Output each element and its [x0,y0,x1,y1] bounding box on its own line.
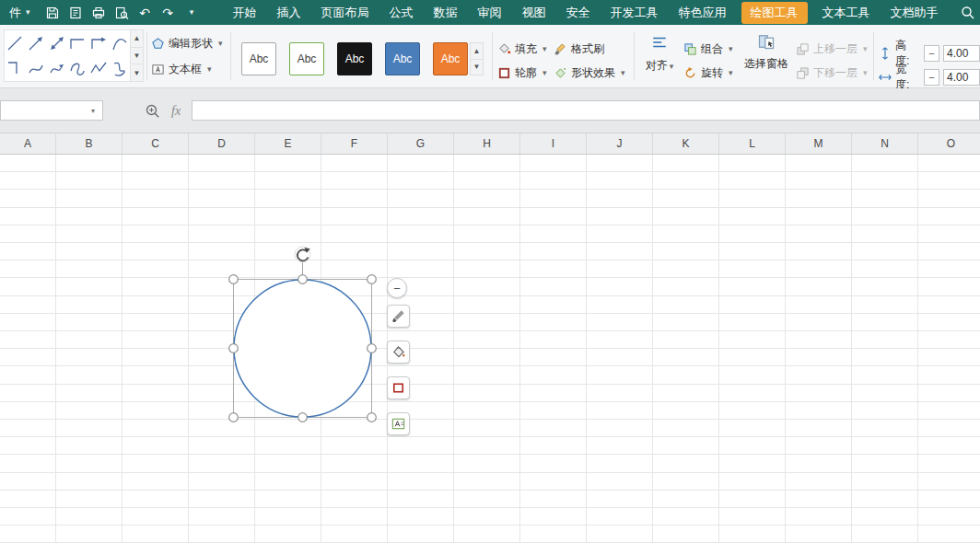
outline-color-button[interactable] [387,376,410,399]
column-header-o[interactable]: O [918,133,980,154]
gallery-more-icon[interactable]: ▼ [131,64,143,81]
format-painter-icon [554,42,567,56]
export-icon[interactable] [64,2,88,23]
collapse-toolbar-button[interactable]: − [387,278,407,298]
shape-arrow-icon[interactable] [26,30,47,56]
column-header-g[interactable]: G [388,133,454,154]
width-decrease-button[interactable]: − [924,69,939,86]
print-icon[interactable] [88,2,111,23]
shape-double-arrow-icon[interactable] [46,30,67,56]
resize-handle-sw[interactable] [229,413,239,422]
tab-page-layout[interactable]: 页面布局 [311,1,379,25]
style-brush-button[interactable] [387,305,410,328]
align-button[interactable]: 对齐▾ [639,34,680,74]
shape-s-curve-arrow-icon[interactable] [46,56,67,82]
gallery-scroll-down-icon[interactable]: ▼ [131,48,143,65]
name-box-input[interactable] [0,100,103,121]
column-header-e[interactable]: E [255,133,321,154]
tab-data[interactable]: 数据 [424,1,468,25]
column-header-f[interactable]: F [321,133,388,154]
column-header-j[interactable]: J [587,133,653,154]
selected-ellipse-shape[interactable] [234,280,371,417]
shape-effects-button[interactable]: 形状效果 ▾ [554,64,625,82]
tab-drawing-tools[interactable]: 绘图工具 [741,2,808,24]
send-backward-button[interactable]: 下移一层 ▾ [796,64,868,82]
gallery-scroll-up-icon[interactable]: ▲ [131,30,143,48]
tab-security[interactable]: 安全 [556,1,601,25]
format-painter-button[interactable]: 格式刷 [554,40,604,58]
column-header-d[interactable]: D [189,133,255,154]
shape-s-curve-icon[interactable] [26,56,47,82]
format-painter-label: 格式刷 [571,41,604,57]
tab-text-tools[interactable]: 文本工具 [812,1,881,25]
shape-zigzag-icon[interactable] [88,56,110,82]
column-header-a[interactable]: A [0,133,56,154]
formula-input[interactable] [192,100,980,121]
resize-handle-w[interactable] [229,344,239,353]
style-gallery-item-3[interactable]: Abc [385,42,420,75]
text-format-button[interactable] [387,412,410,435]
style-gallery-item-0[interactable]: Abc [241,42,276,75]
height-input[interactable] [943,45,980,62]
column-header-m[interactable]: M [786,133,852,154]
tab-special-features[interactable]: 特色应用 [669,1,737,25]
text-box-button[interactable]: 文本框 ▾ [151,60,212,78]
undo-icon[interactable]: ↶ [134,2,157,23]
fill-color-button[interactable] [387,341,410,364]
style-gallery-item-2[interactable]: Abc [337,42,372,75]
resize-handle-nw[interactable] [229,275,239,284]
column-header-h[interactable]: H [454,133,520,154]
name-box-caret-icon[interactable]: ▾ [91,107,95,115]
shape-line-icon[interactable] [5,30,26,56]
spreadsheet-grid[interactable]: − [0,155,980,543]
quick-access-more-icon[interactable]: ▾ [180,2,203,23]
group-button[interactable]: 组合 ▾ [683,40,733,58]
rotate-button[interactable]: 旋转 ▾ [683,64,733,82]
search-icon[interactable] [959,5,977,21]
shape-curved-loop-icon[interactable] [67,56,88,82]
tab-dev-tools[interactable]: 开发工具 [601,1,669,25]
height-decrease-button[interactable]: − [924,45,939,62]
fill-button[interactable]: 填充 ▾ [497,40,547,58]
ribbon-separator [492,32,493,80]
edit-shape-button[interactable]: 编辑形状 ▾ [151,34,223,52]
resize-handle-ne[interactable] [368,275,377,284]
shape-scribble-icon[interactable] [109,56,130,82]
resize-handle-n[interactable] [298,275,308,284]
outline-button[interactable]: 轮廓 ▾ [497,64,547,82]
style-scroll-up-icon[interactable]: ▲ [471,43,483,60]
resize-handle-e[interactable] [368,344,377,353]
style-gallery-item-1[interactable]: Abc [289,42,324,75]
selection-pane-button[interactable]: 选择窗格 [741,32,791,72]
column-header-l[interactable]: L [719,133,786,154]
bring-forward-button[interactable]: 上移一层 ▾ [796,40,868,58]
style-scroll-down-icon[interactable]: ▼ [471,60,483,75]
tab-formulas[interactable]: 公式 [379,1,424,25]
tab-review[interactable]: 审阅 [468,1,512,25]
file-menu[interactable]: 件 ▾ [6,5,34,21]
column-header-b[interactable]: B [56,133,122,154]
zoom-formula-icon[interactable] [145,103,161,123]
column-header-c[interactable]: C [122,133,189,154]
style-gallery-item-4[interactable]: Abc [433,42,468,75]
style-gallery-scrollbar: ▲ ▼ [470,42,484,75]
edit-shape-icon [151,37,165,51]
shape-elbow-arrow-icon[interactable] [88,30,110,56]
shape-curve-connector-icon[interactable] [109,30,130,56]
column-header-k[interactable]: K [653,133,719,154]
resize-handle-se[interactable] [368,413,377,422]
shape-elbow-down-icon[interactable] [5,56,26,82]
redo-icon[interactable]: ↷ [157,2,180,23]
width-input[interactable] [943,69,980,86]
column-header-n[interactable]: N [852,133,918,154]
tab-doc-assistant[interactable]: 文档助手 [881,1,949,25]
print-preview-icon[interactable] [111,2,134,23]
tab-view[interactable]: 视图 [512,1,556,25]
column-header-i[interactable]: I [520,133,587,154]
resize-handle-s[interactable] [298,413,308,422]
rotate-handle[interactable] [295,247,310,262]
tab-insert[interactable]: 插入 [267,1,311,25]
tab-home[interactable]: 开始 [223,1,267,25]
shape-elbow-connector-icon[interactable] [67,30,88,56]
save-icon[interactable] [41,2,64,23]
